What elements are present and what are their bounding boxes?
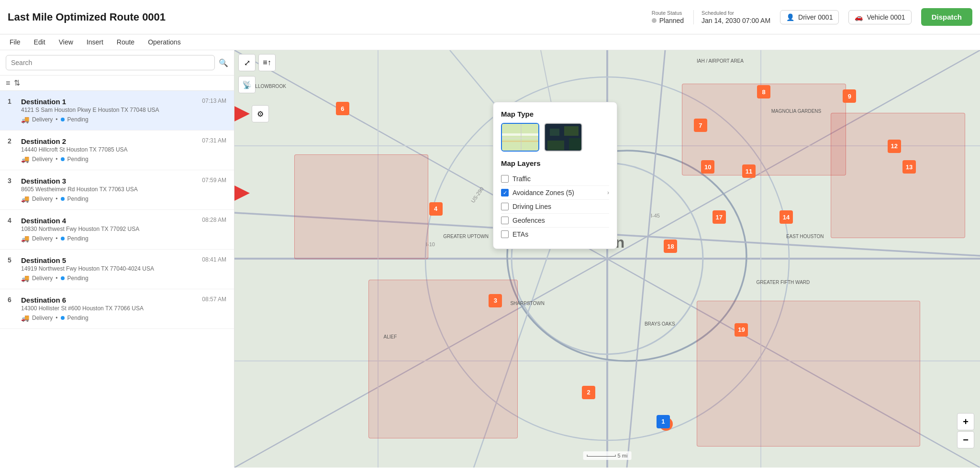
marker-13[interactable]: 13: [902, 160, 916, 174]
layer-label: Driving Lines: [512, 203, 609, 210]
arrow-shape: [234, 106, 250, 121]
sidebar: 🔍 ≡ ⇅ 1 Destination 1 4121 S Sam Houston…: [0, 50, 234, 468]
layer-checkbox[interactable]: [501, 230, 509, 238]
layer-label: Geofences: [512, 217, 609, 224]
gear-arrow: [234, 106, 250, 121]
menu-route[interactable]: Route: [115, 37, 136, 47]
layer-etas[interactable]: ETAs: [501, 228, 609, 241]
gear-arrow-area: ⚙: [234, 105, 269, 122]
route-type: Delivery: [32, 275, 53, 282]
route-item-3[interactable]: 3 Destination 3 8605 Westheimer Rd Houst…: [0, 170, 234, 210]
layer-label: ETAs: [512, 230, 609, 238]
route-status: Route Status Planned: [652, 10, 684, 24]
signal-icon: 📡: [238, 76, 256, 93]
route-time: 07:31 AM: [202, 137, 226, 144]
marker-11[interactable]: 11: [742, 164, 756, 178]
filter-icon[interactable]: ≡: [6, 79, 10, 87]
layer-checkbox[interactable]: ✓: [501, 189, 509, 196]
marker-17[interactable]: 17: [713, 210, 726, 224]
route-status-text: Planned: [659, 17, 684, 24]
route-status: Pending: [67, 116, 89, 123]
status-dot: [61, 316, 65, 320]
zoom-in-button[interactable]: +: [957, 413, 974, 430]
east-houston-label: EAST HOUSTON: [786, 234, 824, 239]
layer-driving-lines[interactable]: Driving Lines: [501, 200, 609, 214]
marker-18[interactable]: 18: [664, 240, 677, 253]
route-address: 8605 Westheimer Rd Houston TX 77063 USA: [21, 186, 197, 193]
route-item-4[interactable]: 4 Destination 4 10830 Northwest Fwy Hous…: [0, 210, 234, 250]
route-item-2[interactable]: 2 Destination 2 14440 Hillcroft St Houst…: [0, 131, 234, 170]
svg-text:US-290: US-290: [470, 186, 485, 204]
marker-2[interactable]: 2: [582, 386, 595, 399]
delivery-icon: 🚚: [21, 314, 29, 322]
route-num: 2: [8, 137, 16, 145]
route-time: 08:41 AM: [202, 256, 226, 263]
driver-info[interactable]: 👤 Driver 0001: [780, 10, 839, 24]
route-address: 10830 Northwest Fwy Houston TX 77092 USA: [21, 226, 197, 232]
menu-view[interactable]: View: [57, 37, 75, 47]
filter-map-icon[interactable]: ≡↑: [258, 54, 276, 71]
layer-traffic[interactable]: Traffic: [501, 172, 609, 186]
marker-10[interactable]: 10: [701, 160, 714, 174]
status-dot: [61, 276, 65, 280]
greater-fifth-label: GREATER FIFTH WARD: [757, 280, 810, 285]
vehicle-info[interactable]: 🚗 Vehicle 0001: [848, 10, 911, 24]
route-address: 14919 Northwest Fwy Houston TX 77040-402…: [21, 265, 197, 272]
route-num: 3: [8, 177, 16, 185]
main-content: 🔍 ≡ ⇅ 1 Destination 1 4121 S Sam Houston…: [0, 50, 980, 468]
route-details: Destination 4 10830 Northwest Fwy Housto…: [21, 217, 197, 242]
iah-label: IAH / AIRPORT AREA: [697, 58, 744, 64]
map-type-satellite[interactable]: [544, 123, 582, 152]
route-details: Destination 6 14300 Hollister St #600 Ho…: [21, 296, 197, 322]
alief-label: ALIEF: [384, 334, 397, 339]
route-meta: 🚚 Delivery • Pending: [21, 116, 197, 123]
route-name: Destination 5: [21, 256, 197, 264]
marker-14[interactable]: 14: [780, 210, 793, 224]
driver-label: Driver 0001: [798, 13, 833, 21]
route-name: Destination 2: [21, 137, 197, 145]
magnolia-label: MAGNOLIA GARDENS: [771, 109, 821, 114]
route-item-1[interactable]: 1 Destination 1 4121 S Sam Houston Pkwy …: [0, 91, 234, 131]
route-item-6[interactable]: 6 Destination 6 14300 Hollister St #600 …: [0, 289, 234, 329]
marker-3[interactable]: 3: [489, 294, 502, 307]
layer-avoidance-zones-(5)[interactable]: ✓ Avoidance Zones (5) ›: [501, 186, 609, 200]
greater-uptown-label: GREATER UPTOWN: [443, 234, 489, 239]
marker-6[interactable]: 6: [336, 102, 349, 115]
chevron-right-icon: ›: [607, 189, 609, 196]
zoom-out-button[interactable]: −: [957, 431, 974, 448]
layer-checkbox[interactable]: [501, 217, 509, 224]
route-item-5[interactable]: 5 Destination 5 14919 Northwest Fwy Hous…: [0, 250, 234, 289]
map-area[interactable]: US-290 I-45 I-10 Houston WILLOWBROOK IAH…: [234, 50, 980, 468]
expand-icon[interactable]: ⤢: [238, 54, 256, 71]
marker-9[interactable]: 9: [843, 89, 856, 103]
route-num: 1: [8, 98, 16, 105]
search-input[interactable]: [6, 55, 215, 70]
map-type-road[interactable]: [501, 123, 539, 152]
avoidance-zone-4: [697, 301, 920, 447]
dispatch-button[interactable]: Dispatch: [921, 8, 972, 26]
marker-4[interactable]: 4: [429, 202, 443, 216]
menu-insert[interactable]: Insert: [85, 37, 105, 47]
marker-8[interactable]: 8: [757, 85, 770, 98]
brays-label: BRAYS OAKS: [645, 321, 675, 327]
gear-button[interactable]: ⚙: [252, 105, 269, 122]
list-toolbar: ≡ ⇅: [0, 76, 234, 91]
radio-icon[interactable]: 📡: [238, 76, 256, 93]
marker-12[interactable]: 12: [888, 140, 901, 153]
layer-checkbox[interactable]: [501, 175, 509, 183]
header: Last Mile Optimized Route 0001 Route Sta…: [0, 0, 980, 34]
layer-checkbox[interactable]: [501, 203, 509, 210]
vehicle-icon: 🚗: [855, 13, 863, 21]
layer-geofences[interactable]: Geofences: [501, 214, 609, 228]
sharpstown-label: SHARPSTOWN: [510, 301, 545, 306]
menu-edit[interactable]: Edit: [32, 37, 47, 47]
menu-operations[interactable]: Operations: [146, 37, 182, 47]
status-dot: [61, 157, 65, 161]
search-bar: 🔍: [0, 50, 234, 76]
marker-1[interactable]: 1: [657, 415, 670, 428]
sort-icon[interactable]: ⇅: [14, 78, 20, 87]
delivery-icon: 🚚: [21, 155, 29, 163]
marker-19[interactable]: 19: [735, 323, 748, 337]
menu-file[interactable]: File: [8, 37, 22, 47]
marker-7[interactable]: 7: [694, 119, 707, 132]
